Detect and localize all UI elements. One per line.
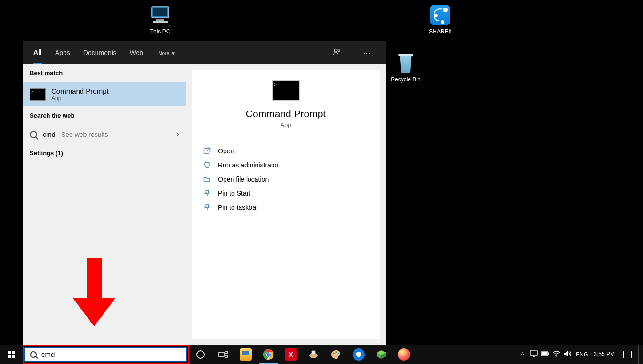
ball-icon <box>398 348 410 361</box>
folder-icon <box>203 175 211 183</box>
action-pin-to-start[interactable]: Pin to Start <box>197 186 374 200</box>
desktop-icon-recycle-bin[interactable]: Recycle Bin <box>387 52 425 83</box>
shield-app-icon <box>353 348 365 361</box>
heading-search-web: Search the web <box>23 106 186 125</box>
this-pc-label: This PC <box>141 28 179 35</box>
web-result-item[interactable]: cmd - See web results › <box>23 125 186 144</box>
svg-rect-22 <box>548 353 549 355</box>
pin-icon <box>203 204 211 211</box>
cortana-icon <box>194 348 207 361</box>
desktop-icon-shareit[interactable]: SHAREit <box>421 4 459 35</box>
action-center-icon[interactable] <box>623 351 632 358</box>
windows-logo-icon <box>8 351 15 358</box>
svg-point-16 <box>333 352 334 354</box>
preview-actions: Open Run as administrator Open file loca… <box>192 137 380 221</box>
tray-overflow-icon[interactable]: ^ <box>518 351 527 358</box>
taskbar-app-green[interactable] <box>370 345 393 364</box>
desktop-icon-this-pc[interactable]: This PC <box>141 4 179 35</box>
tray-volume-icon[interactable] <box>563 350 572 358</box>
action-pin-to-taskbar[interactable]: Pin to taskbar <box>197 200 374 214</box>
tab-more[interactable]: More▼ <box>156 42 176 63</box>
tray-wifi-icon[interactable] <box>552 350 561 358</box>
taskbar-app-shield[interactable] <box>347 345 370 364</box>
more-options-icon[interactable]: ⋯ <box>358 48 375 57</box>
tray-clock[interactable]: 3:55 PM <box>592 351 617 357</box>
tab-documents[interactable]: Documents <box>83 42 117 63</box>
svg-rect-1 <box>153 8 167 16</box>
heading-settings[interactable]: Settings (1) <box>23 144 186 162</box>
taskbar-search[interactable] <box>23 345 189 364</box>
svg-rect-7 <box>219 352 224 356</box>
best-match-title: Command Prompt <box>51 87 109 95</box>
preview-title: Command Prompt <box>197 108 374 119</box>
best-match-item[interactable]: Command Prompt App <box>23 82 186 106</box>
svg-point-6 <box>197 351 204 358</box>
preview-column: Command Prompt App Open Run as administr… <box>192 70 380 339</box>
tray-language[interactable]: ENG <box>575 351 589 358</box>
taskbar-app-red[interactable]: X <box>280 345 302 364</box>
search-tabs: All Apps Documents Web More▼ ⋯ <box>23 41 386 64</box>
shareit-label: SHAREit <box>421 28 459 35</box>
best-match-subtitle: App <box>51 95 109 102</box>
show-desktop-button[interactable] <box>638 345 641 364</box>
paint-icon <box>330 348 342 361</box>
taskbar: X ^ ENG 3:55 PM <box>0 345 643 364</box>
svg-rect-20 <box>530 351 537 355</box>
green-box-icon <box>375 348 387 361</box>
taskbar-app-paint[interactable] <box>325 345 347 364</box>
svg-point-13 <box>267 353 270 356</box>
tray-screen-icon[interactable] <box>530 350 538 358</box>
search-input[interactable] <box>41 350 182 358</box>
svg-point-18 <box>338 352 339 354</box>
file-explorer-icon <box>240 348 252 361</box>
pin-icon <box>203 190 211 197</box>
task-view-button[interactable] <box>212 345 234 364</box>
action-open[interactable]: Open <box>197 144 374 158</box>
taskbar-app-explorer[interactable] <box>234 345 257 364</box>
heading-best-match: Best match <box>23 64 186 82</box>
feedback-icon[interactable] <box>328 47 345 58</box>
recycle-bin-icon <box>394 52 417 74</box>
preview-subtitle: App <box>197 121 374 128</box>
taskbar-pinned: X <box>189 345 415 364</box>
recycle-bin-label: Recycle Bin <box>387 76 425 83</box>
svg-rect-8 <box>225 351 227 354</box>
tab-apps[interactable]: Apps <box>55 42 70 63</box>
svg-rect-9 <box>225 355 227 357</box>
web-query: cmd <box>43 131 55 138</box>
svg-rect-3 <box>153 21 168 23</box>
cmd-icon <box>30 88 46 101</box>
taskbar-app-ball[interactable] <box>393 345 415 364</box>
taskbar-app-snip[interactable] <box>302 345 325 364</box>
chevron-right-icon: › <box>177 129 179 139</box>
shareit-icon <box>429 4 451 26</box>
svg-rect-2 <box>156 19 164 21</box>
chrome-icon <box>262 348 274 361</box>
tab-all[interactable]: All <box>33 42 42 64</box>
search-icon <box>30 131 37 138</box>
cortana-button[interactable] <box>189 345 212 364</box>
taskbar-app-chrome[interactable] <box>257 345 280 364</box>
svg-point-19 <box>333 355 334 356</box>
snip-icon <box>307 348 320 361</box>
action-run-as-admin[interactable]: Run as administrator <box>197 158 374 172</box>
search-icon <box>30 351 37 358</box>
web-suffix: - See web results <box>55 131 108 138</box>
open-icon <box>203 147 211 155</box>
chevron-down-icon: ▼ <box>171 51 176 56</box>
tray-battery-icon[interactable] <box>541 351 549 358</box>
svg-rect-23 <box>542 353 547 355</box>
svg-point-4 <box>334 49 337 52</box>
system-tray: ^ ENG 3:55 PM <box>518 345 643 364</box>
annotation-arrow <box>73 258 115 326</box>
svg-point-17 <box>335 351 337 353</box>
task-view-icon <box>217 348 229 361</box>
preview-cmd-icon <box>272 80 300 101</box>
action-open-file-location[interactable]: Open file location <box>197 172 374 186</box>
this-pc-icon <box>149 4 171 26</box>
tab-web[interactable]: Web <box>130 42 144 63</box>
app-red-icon: X <box>285 348 297 361</box>
start-button[interactable] <box>0 345 23 364</box>
svg-rect-15 <box>312 351 315 355</box>
shield-icon <box>203 161 211 169</box>
